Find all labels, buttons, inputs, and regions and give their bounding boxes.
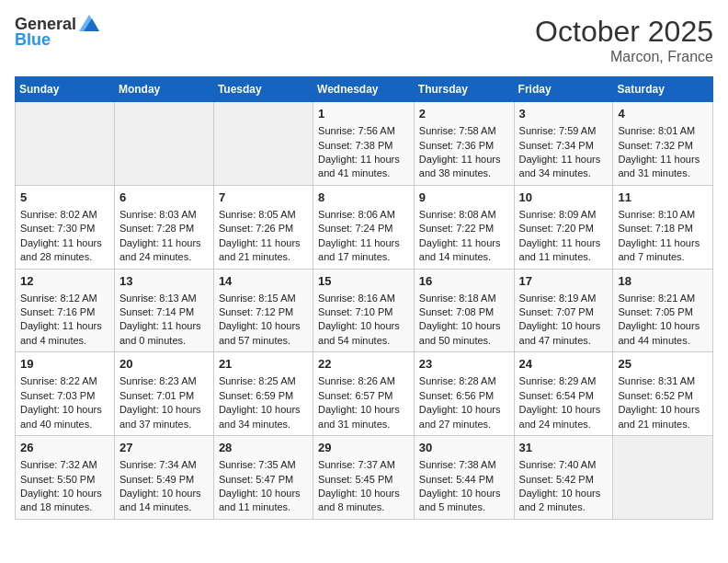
calendar-week-row: 5Sunrise: 8:02 AMSunset: 7:30 PMDaylight… [16, 185, 713, 269]
sunrise-text: Sunrise: 8:10 AM [618, 208, 708, 222]
sunset-text: Sunset: 6:56 PM [419, 389, 509, 403]
month-title: October 2025 [535, 15, 713, 49]
sunset-text: Sunset: 7:26 PM [219, 222, 308, 236]
calendar-cell: 22Sunrise: 8:26 AMSunset: 6:57 PMDayligh… [313, 352, 415, 436]
daylight-text: Daylight: 11 hours and 17 minutes. [318, 236, 409, 265]
daylight-text: Daylight: 10 hours and 50 minutes. [419, 319, 509, 348]
weekday-header: Thursday [414, 77, 514, 102]
daylight-text: Daylight: 10 hours and 57 minutes. [219, 319, 308, 348]
sunrise-text: Sunrise: 8:21 AM [618, 292, 708, 305]
sunrise-text: Sunrise: 7:40 AM [519, 458, 609, 472]
sunset-text: Sunset: 7:30 PM [20, 222, 109, 236]
daylight-text: Daylight: 10 hours and 21 minutes. [618, 403, 708, 431]
calendar-cell: 8Sunrise: 8:06 AMSunset: 7:24 PMDaylight… [313, 185, 415, 269]
weekday-header: Saturday [613, 77, 713, 102]
sunset-text: Sunset: 5:49 PM [119, 473, 209, 487]
day-number: 18 [618, 273, 708, 290]
daylight-text: Daylight: 11 hours and 4 minutes. [20, 319, 109, 348]
day-number: 4 [618, 106, 708, 122]
sunset-text: Sunset: 7:18 PM [618, 222, 708, 236]
sunset-text: Sunset: 7:38 PM [318, 139, 409, 153]
sunset-text: Sunset: 5:47 PM [219, 473, 308, 487]
day-number: 6 [119, 190, 209, 206]
sunrise-text: Sunrise: 7:35 AM [219, 458, 308, 472]
daylight-text: Daylight: 11 hours and 38 minutes. [419, 153, 509, 181]
day-number: 15 [318, 273, 409, 290]
day-number: 5 [20, 190, 109, 206]
day-number: 24 [519, 356, 609, 373]
calendar-cell: 29Sunrise: 7:37 AMSunset: 5:45 PMDayligh… [313, 436, 415, 520]
day-number: 3 [519, 106, 609, 122]
day-number: 13 [119, 273, 209, 290]
calendar-cell: 21Sunrise: 8:25 AMSunset: 6:59 PMDayligh… [213, 352, 313, 436]
logo: General Blue [15, 15, 99, 50]
calendar-cell: 7Sunrise: 8:05 AMSunset: 7:26 PMDaylight… [213, 185, 313, 269]
weekday-header: Wednesday [313, 77, 415, 102]
weekday-header-row: SundayMondayTuesdayWednesdayThursdayFrid… [16, 77, 713, 102]
daylight-text: Daylight: 11 hours and 21 minutes. [219, 236, 308, 265]
calendar-cell: 13Sunrise: 8:13 AMSunset: 7:14 PMDayligh… [114, 269, 213, 352]
daylight-text: Daylight: 10 hours and 2 minutes. [519, 487, 609, 515]
sunrise-text: Sunrise: 8:19 AM [519, 292, 609, 305]
day-number: 7 [219, 190, 308, 206]
day-number: 27 [119, 440, 209, 456]
logo-icon [79, 15, 99, 31]
weekday-header: Tuesday [213, 77, 313, 102]
title-block: October 2025 Marcon, France [535, 15, 713, 65]
sunset-text: Sunset: 7:28 PM [119, 222, 209, 236]
sunrise-text: Sunrise: 8:26 AM [318, 374, 409, 388]
calendar-cell: 19Sunrise: 8:22 AMSunset: 7:03 PMDayligh… [16, 352, 115, 436]
sunset-text: Sunset: 5:45 PM [318, 473, 409, 487]
calendar-cell [213, 102, 313, 186]
day-number: 11 [618, 190, 708, 206]
location-title: Marcon, France [535, 49, 713, 65]
calendar-cell: 6Sunrise: 8:03 AMSunset: 7:28 PMDaylight… [114, 185, 213, 269]
calendar-cell: 15Sunrise: 8:16 AMSunset: 7:10 PMDayligh… [313, 269, 415, 352]
day-number: 9 [419, 190, 509, 206]
day-number: 20 [119, 356, 209, 373]
calendar-cell: 28Sunrise: 7:35 AMSunset: 5:47 PMDayligh… [213, 436, 313, 520]
sunrise-text: Sunrise: 8:31 AM [618, 374, 708, 388]
sunrise-text: Sunrise: 8:12 AM [20, 292, 109, 305]
sunrise-text: Sunrise: 8:23 AM [119, 374, 209, 388]
sunset-text: Sunset: 7:14 PM [119, 305, 209, 319]
day-number: 8 [318, 190, 409, 206]
day-number: 10 [519, 190, 609, 206]
day-number: 2 [419, 106, 509, 122]
sunset-text: Sunset: 7:10 PM [318, 305, 409, 319]
calendar-cell: 17Sunrise: 8:19 AMSunset: 7:07 PMDayligh… [514, 269, 613, 352]
sunrise-text: Sunrise: 7:37 AM [318, 458, 409, 472]
sunset-text: Sunset: 7:01 PM [119, 389, 209, 403]
sunset-text: Sunset: 7:16 PM [20, 305, 109, 319]
day-number: 26 [20, 440, 109, 456]
sunrise-text: Sunrise: 7:38 AM [419, 458, 509, 472]
calendar-cell: 10Sunrise: 8:09 AMSunset: 7:20 PMDayligh… [514, 185, 613, 269]
calendar-cell: 11Sunrise: 8:10 AMSunset: 7:18 PMDayligh… [613, 185, 713, 269]
calendar-cell: 1Sunrise: 7:56 AMSunset: 7:38 PMDaylight… [313, 102, 415, 186]
day-number: 29 [318, 440, 409, 456]
sunrise-text: Sunrise: 8:18 AM [419, 292, 509, 305]
day-number: 19 [20, 356, 109, 373]
sunrise-text: Sunrise: 8:01 AM [618, 124, 708, 138]
sunrise-text: Sunrise: 8:03 AM [119, 208, 209, 222]
daylight-text: Daylight: 11 hours and 0 minutes. [119, 319, 209, 348]
logo-blue: Blue [15, 30, 51, 50]
calendar-cell: 20Sunrise: 8:23 AMSunset: 7:01 PMDayligh… [114, 352, 213, 436]
daylight-text: Daylight: 10 hours and 34 minutes. [219, 403, 308, 431]
daylight-text: Daylight: 10 hours and 44 minutes. [618, 319, 708, 348]
sunrise-text: Sunrise: 7:58 AM [419, 124, 509, 138]
sunset-text: Sunset: 7:12 PM [219, 305, 308, 319]
sunrise-text: Sunrise: 8:25 AM [219, 374, 308, 388]
sunrise-text: Sunrise: 8:13 AM [119, 292, 209, 305]
sunset-text: Sunset: 6:59 PM [219, 389, 308, 403]
calendar-cell: 25Sunrise: 8:31 AMSunset: 6:52 PMDayligh… [613, 352, 713, 436]
sunset-text: Sunset: 7:22 PM [419, 222, 509, 236]
daylight-text: Daylight: 10 hours and 14 minutes. [119, 487, 209, 515]
day-number: 23 [419, 356, 509, 373]
daylight-text: Daylight: 10 hours and 24 minutes. [519, 403, 609, 431]
sunrise-text: Sunrise: 7:32 AM [20, 458, 109, 472]
day-number: 28 [219, 440, 308, 456]
calendar-cell [16, 102, 115, 186]
sunset-text: Sunset: 7:08 PM [419, 305, 509, 319]
daylight-text: Daylight: 10 hours and 8 minutes. [318, 487, 409, 515]
